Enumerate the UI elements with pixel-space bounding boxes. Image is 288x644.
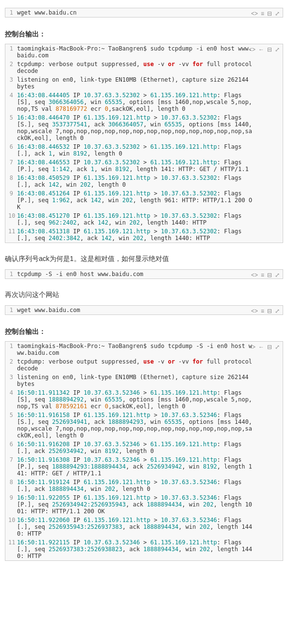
line-number: 10 (5, 212, 17, 226)
line-number: 6 (5, 143, 17, 157)
line-number: 1 (5, 271, 17, 278)
code-line: 10 16:50:11.922060 IP 61.135.169.121.htt… (5, 516, 283, 538)
line-content: 16:50:11.922115 IP 10.37.63.3.52346 > 61… (17, 539, 283, 559)
label-console-output-2: 控制台输出： (0, 323, 288, 339)
description-2: 再次访问这个网站 (0, 287, 288, 303)
code-line: 1 taomingkais-MacBook-Pro:~ TaoBangren$ … (5, 44, 283, 60)
line-number: 5 (5, 412, 17, 439)
code-line: 4 16:43:08.444405 IP 10.37.63.3.52302 > … (5, 91, 283, 113)
code-line: 8 16:43:08.450529 IP 61.135.169.121.http… (5, 174, 283, 189)
copy-icon-3[interactable]: ⊟ (267, 272, 272, 278)
line-content: tcpdump: verbose output suppressed, use … (17, 358, 283, 372)
expand-icon-2[interactable]: ⤢ (275, 46, 280, 53)
line-content: wget www.baidu.cn (17, 9, 106, 16)
code-icon-3[interactable]: <> (251, 272, 258, 278)
line-content: 16:43:08.444405 IP 10.37.63.3.52302 > 61… (17, 92, 283, 112)
arrow-left-icon-5[interactable]: ← (258, 344, 264, 350)
code-block-5: <> ← ⊟ ⤢ 1 taomingkais-MacBook-Pro:~ Tao… (5, 341, 283, 561)
line-number: 8 (5, 479, 17, 492)
code-line: 4 16:50:11.911342 IP 10.37.63.3.52346 > … (5, 388, 283, 411)
code-line: 6 16:43:08.446532 IP 10.37.63.3.52302 > … (5, 142, 283, 158)
list-icon-3[interactable]: ≡ (261, 272, 264, 278)
copy-icon-4[interactable]: ⊟ (267, 308, 272, 314)
line-number: 11 (5, 539, 17, 559)
line-number: 8 (5, 174, 17, 188)
toolbar-4: <> ≡ ⊟ ⤢ (251, 308, 280, 314)
code-line: 8 16:50:11.919124 IP 61.135.169.121.http… (5, 478, 283, 493)
code-line: 3 listening on en0, link-type EN10MB (Et… (5, 75, 283, 91)
code-line: 11 16:43:08.451318 IP 61.135.169.121.htt… (5, 227, 283, 243)
code-icon[interactable]: <> (251, 10, 258, 17)
code-line: 5 16:50:11.916158 IP 61.135.169.121.http… (5, 411, 283, 440)
expand-icon[interactable]: ⤢ (275, 10, 280, 17)
line-content: 16:50:11.916158 IP 61.135.169.121.http >… (17, 412, 283, 439)
line-number: 4 (5, 389, 17, 410)
line-number: 9 (5, 190, 17, 210)
toolbar-1: <> ≡ ⊟ ⤢ (251, 10, 280, 17)
code-line: 11 16:50:11.922115 IP 10.37.63.3.52346 >… (5, 538, 283, 560)
list-icon[interactable]: ≡ (261, 10, 264, 17)
line-number: 10 (5, 517, 17, 537)
toolbar-3: <> ≡ ⊟ ⤢ (251, 272, 280, 278)
code-line: 9 16:50:11.922055 IP 61.135.169.121.http… (5, 493, 283, 516)
code-line: 3 listening on en0, link-type EN10MB (Et… (5, 373, 283, 388)
line-number: 9 (5, 494, 17, 515)
code-line: 9 16:43:08.451264 IP 61.135.169.121.http… (5, 189, 283, 211)
line-number: 11 (5, 228, 17, 242)
code-block-2: <> ← ⊟ ⤢ 1 taomingkais-MacBook-Pro:~ Tao… (5, 44, 283, 243)
line-content: taomingkais-MacBook-Pro:~ TaoBangren$ su… (17, 45, 283, 59)
list-icon-4[interactable]: ≡ (261, 308, 264, 314)
line-number: 1 (5, 343, 17, 356)
line-content: 16:43:08.451270 IP 61.135.169.121.http >… (17, 212, 283, 226)
line-content: 16:43:08.446553 IP 10.37.63.3.52302 > 61… (17, 159, 283, 173)
line-content: listening on en0, link-type EN10MB (Ethe… (17, 76, 283, 90)
code-icon-5[interactable]: <> (249, 344, 255, 350)
line-content: 16:50:11.919124 IP 61.135.169.121.http >… (17, 479, 283, 492)
line-content: 16:43:08.446532 IP 10.37.63.3.52302 > 61… (17, 143, 283, 157)
copy-icon[interactable]: ⊟ (267, 10, 272, 17)
code-line: 6 16:50:11.916208 IP 10.37.63.3.52346 > … (5, 440, 283, 455)
line-number: 3 (5, 374, 17, 387)
code-block-4: <> ≡ ⊟ ⤢ 1 wget www.baidu.com (5, 305, 283, 315)
line-content: 16:50:11.916308 IP 10.37.63.3.52346 > 61… (17, 456, 283, 477)
line-content: 16:43:08.451318 IP 61.135.169.121.http >… (17, 228, 283, 242)
code-line: 1 wget www.baidu.com (5, 306, 283, 314)
code-line: 5 16:43:08.446470 IP 61.135.169.121.http… (5, 113, 283, 142)
line-content: tcpdump: verbose output suppressed, use … (17, 61, 283, 74)
code-line: 7 16:43:08.446553 IP 10.37.63.3.52302 > … (5, 158, 283, 174)
line-content: 16:43:08.446470 IP 61.135.169.121.http >… (17, 114, 283, 141)
line-content: 16:50:11.922060 IP 61.135.169.121.http >… (17, 517, 283, 537)
expand-icon-3[interactable]: ⤢ (275, 272, 280, 278)
copy-icon-5[interactable]: ⊟ (267, 344, 272, 350)
line-content: 16:50:11.911342 IP 10.37.63.3.52346 > 61… (17, 389, 283, 410)
line-content: wget www.baidu.com (17, 307, 109, 313)
copy-icon-2[interactable]: ⊟ (267, 46, 272, 53)
line-number: 4 (5, 92, 17, 112)
code-line: 2 tcpdump: verbose output suppressed, us… (5, 357, 283, 373)
line-number: 5 (5, 114, 17, 141)
toolbar-2: <> ← ⊟ ⤢ (249, 46, 280, 53)
code-line: 10 16:43:08.451270 IP 61.135.169.121.htt… (5, 211, 283, 227)
line-content: taomingkais-MacBook-Pro:~ TaoBangren$ su… (17, 343, 283, 356)
description-1: 确认序列号ack为何是1。这是相对值，如何显示绝对值 (0, 251, 288, 267)
code-line: 1 wget www.baidu.cn (5, 8, 283, 17)
line-number: 1 (5, 45, 17, 59)
code-block-3: <> ≡ ⊟ ⤢ 1 tcpdump -S -i en0 host www.ba… (5, 269, 283, 279)
code-icon-2[interactable]: <> (249, 46, 255, 53)
code-line: 2 tcpdump: verbose output suppressed, us… (5, 60, 283, 75)
code-line: 7 16:50:11.916308 IP 10.37.63.3.52346 > … (5, 455, 283, 478)
line-content: 16:43:08.450529 IP 61.135.169.121.http >… (17, 174, 283, 188)
arrow-left-icon[interactable]: ← (258, 46, 264, 53)
expand-icon-4[interactable]: ⤢ (275, 308, 280, 314)
code-block-1: <> ≡ ⊟ ⤢ 1 wget www.baidu.cn (5, 8, 283, 17)
line-content: listening on en0, link-type EN10MB (Ethe… (17, 374, 283, 387)
line-number: 1 (5, 9, 17, 16)
line-content: tcpdump -S -i en0 host www.baidu.com (17, 271, 172, 278)
line-number: 2 (5, 61, 17, 74)
line-content: 16:50:11.916208 IP 10.37.63.3.52346 > 61… (17, 441, 283, 454)
line-number: 1 (5, 307, 17, 313)
label-console-output-1: 控制台输出： (0, 25, 288, 42)
expand-icon-5[interactable]: ⤢ (275, 344, 280, 350)
code-line: 1 tcpdump -S -i en0 host www.baidu.com (5, 270, 283, 278)
code-icon-4[interactable]: <> (251, 308, 258, 314)
